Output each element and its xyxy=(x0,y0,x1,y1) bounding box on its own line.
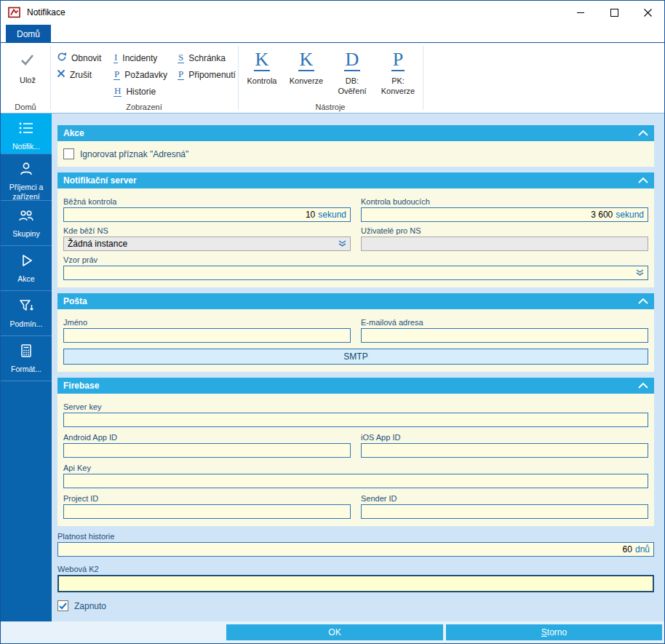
sidebar-item-label: Formát... xyxy=(9,365,43,374)
platnost-historie-label: Platnost historie xyxy=(57,532,654,541)
section-header-firebase: Firebase xyxy=(57,378,654,394)
reminders-button[interactable]: P Připomenutí xyxy=(175,67,238,82)
field-value: 60 xyxy=(623,544,632,554)
section-body-posta: Jméno E-mailová adresa SMTP xyxy=(57,309,654,372)
ios-app-id-input[interactable] xyxy=(361,443,648,458)
konverze-button[interactable]: K Konverze xyxy=(285,47,327,86)
jmeno-group: Jméno xyxy=(63,318,351,343)
kde-bezi-ns-group: Kde běží NS Žádná instance xyxy=(63,226,351,251)
field-label: Sender ID xyxy=(361,494,648,503)
footer-bar: OK Storno xyxy=(1,621,664,643)
window-title: Notifikace xyxy=(27,7,65,17)
save-label: Ulož xyxy=(20,75,36,85)
requests-label: Požadavky xyxy=(124,70,167,80)
section-posta: Pošta Jméno E-mailová adresa SMTP xyxy=(57,293,654,372)
field-suffix: dnů xyxy=(635,544,650,554)
field-label: Server key xyxy=(63,402,648,411)
bezna-kontrola-group: Běžná kontrola 10 sekund xyxy=(63,197,351,222)
tab-domu[interactable]: Domů xyxy=(6,25,51,43)
project-id-input[interactable] xyxy=(63,504,351,519)
collapse-chevron-icon[interactable] xyxy=(638,130,648,136)
sidebar-item-label: Skupiny xyxy=(11,229,41,239)
sidebar-item-label: Podmín... xyxy=(9,319,44,329)
ribbon-group-tools-label: Nástroje xyxy=(238,103,423,111)
group-people-icon xyxy=(18,207,34,226)
pk-label-line2: Konverze xyxy=(381,87,415,95)
collapse-chevron-icon[interactable] xyxy=(638,383,648,389)
field-label: Jméno xyxy=(63,318,351,327)
ignorovat-checkbox[interactable]: Ignorovat příznak "Adresná" xyxy=(63,148,648,159)
history-button[interactable]: H Historie xyxy=(111,84,158,99)
storno-button[interactable]: Storno xyxy=(446,624,662,640)
kde-bezi-ns-select[interactable]: Žádná instance xyxy=(63,236,351,251)
pk-konverze-button[interactable]: P PK: Konverze xyxy=(375,47,421,97)
sidebar-item-podminky[interactable]: Podmín... xyxy=(1,291,52,336)
kontrola-budoucich-field[interactable]: 3 600 sekund xyxy=(361,207,648,222)
minimize-button[interactable] xyxy=(564,1,597,24)
api-key-input[interactable] xyxy=(63,474,648,488)
notifications-list-icon xyxy=(18,120,34,139)
section-title: Pošta xyxy=(63,296,87,306)
platnost-historie-field[interactable]: 60 dnů xyxy=(57,542,654,557)
storno-label: Storno xyxy=(541,627,567,637)
ok-label: OK xyxy=(328,627,341,637)
ribbon-group-view-label: Zobrazení xyxy=(50,103,238,111)
collapse-chevron-icon[interactable] xyxy=(638,178,648,183)
section-title: Firebase xyxy=(63,381,99,391)
db-label-line1: DB: xyxy=(346,76,359,85)
konverze-letter-icon: K xyxy=(298,49,315,71)
clipboard-button[interactable]: S Schránka xyxy=(175,50,228,65)
email-input[interactable] xyxy=(361,328,648,343)
incidents-letter-icon: I xyxy=(114,52,118,63)
person-icon xyxy=(18,161,34,180)
group-separator xyxy=(50,46,51,110)
save-button[interactable]: Ulož xyxy=(7,47,49,85)
db-label-line2: Ověření xyxy=(338,87,366,95)
sidebar-item-format[interactable]: Formát... xyxy=(1,336,52,381)
section-body-server: Běžná kontrola 10 sekund Kontrola budouc… xyxy=(57,188,654,287)
zapnuto-checkbox[interactable]: Zapnuto xyxy=(57,600,654,611)
kontrola-label: Kontrola xyxy=(247,76,277,86)
dropdown-arrow-icon xyxy=(636,268,644,278)
ribbon: Ulož Domů Obnovit Zrušit I Incidenty P xyxy=(1,43,664,114)
checkbox-box[interactable] xyxy=(57,600,68,611)
sidebar-item-skupiny[interactable]: Skupiny xyxy=(1,201,52,246)
collapse-chevron-icon[interactable] xyxy=(638,298,648,304)
requests-button[interactable]: P Požadavky xyxy=(111,67,170,82)
close-button[interactable] xyxy=(631,1,664,24)
field-label: Běžná kontrola xyxy=(63,197,351,206)
server-key-input[interactable] xyxy=(63,413,648,427)
field-label: Kontrola budoucích xyxy=(361,197,648,206)
cancel-button[interactable]: Zrušit xyxy=(55,67,94,82)
smtp-button[interactable]: SMTP xyxy=(63,349,648,365)
check-icon xyxy=(20,47,35,73)
checkbox-box[interactable] xyxy=(63,148,74,159)
ribbon-tabrow: Domů xyxy=(1,24,664,43)
webova-k2-input[interactable] xyxy=(57,575,654,592)
maximize-button[interactable] xyxy=(597,1,631,24)
bezna-kontrola-field[interactable]: 10 sekund xyxy=(63,207,351,222)
selected-value: Žádná instance xyxy=(68,239,127,249)
sidebar-item-prijemci[interactable]: Příjemci a zařízení xyxy=(1,154,52,201)
sidebar-item-notifikace[interactable]: Notifik... xyxy=(1,114,52,154)
app-icon xyxy=(8,6,21,19)
refresh-button[interactable]: Obnovit xyxy=(55,50,103,65)
clipboard-label: Schránka xyxy=(188,53,226,63)
ok-button[interactable]: OK xyxy=(226,624,443,640)
sender-id-input[interactable] xyxy=(361,504,648,519)
sender-id-group: Sender ID xyxy=(361,494,648,519)
email-group: E-mailová adresa xyxy=(361,318,648,343)
android-app-id-input[interactable] xyxy=(63,443,351,458)
field-suffix: sekund xyxy=(318,210,346,220)
konverze-label: Konverze xyxy=(290,76,323,86)
uzivatele-pro-ns-group: Uživatelé pro NS xyxy=(361,226,648,251)
db-overeni-button[interactable]: D DB: Ověření xyxy=(330,47,374,97)
kontrola-button[interactable]: K Kontrola xyxy=(242,47,282,86)
section-header-posta: Pošta xyxy=(57,293,654,309)
jmeno-input[interactable] xyxy=(63,328,351,343)
sidebar-item-akce[interactable]: Akce xyxy=(1,246,52,291)
incidents-button[interactable]: I Incidenty xyxy=(111,50,159,65)
vzor-prav-select[interactable] xyxy=(63,266,648,280)
uzivatele-pro-ns-field xyxy=(361,236,648,251)
group-separator xyxy=(423,46,423,110)
